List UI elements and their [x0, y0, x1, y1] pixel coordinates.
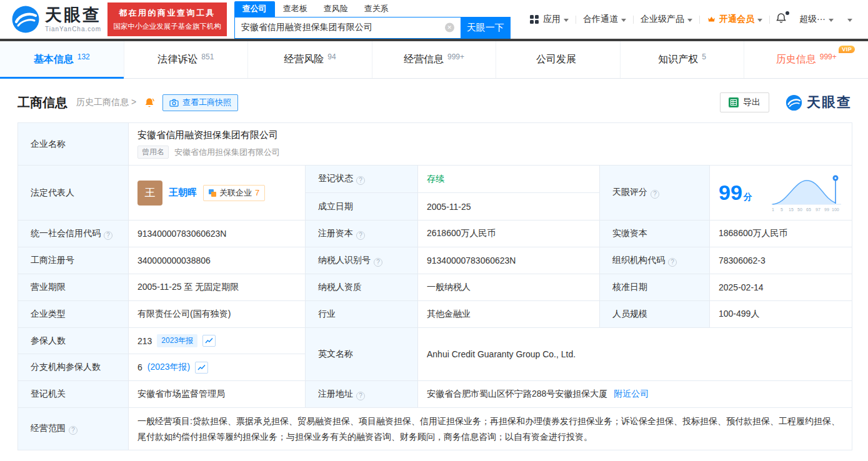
apps-icon [530, 15, 539, 24]
help-icon[interactable] [651, 190, 659, 199]
search-tab-boss[interactable]: 查老板 [275, 1, 316, 17]
promo-line-2: 国家中小企业发展子基金旗下机构 [113, 22, 221, 31]
export-button[interactable]: 导出 [720, 92, 769, 112]
establish-date-value: 2005-11-25 [418, 193, 600, 221]
brand-wave-icon [786, 94, 802, 111]
former-name-tag: 曾用名 [137, 146, 169, 159]
tab-company-development[interactable]: 公司发展 [496, 41, 621, 78]
company-name-cell: 安徽省信用融资担保集团有限公司 曾用名 安徽省信用担保集团有限公司 [129, 123, 852, 166]
help-icon[interactable] [104, 231, 112, 240]
tab-history-info[interactable]: 历史信息 999+ VIP [744, 41, 868, 78]
nav-collapse[interactable] [841, 17, 859, 22]
svg-text:50: 50 [797, 207, 802, 212]
field-label-staff-size: 人员规模 [600, 301, 710, 328]
tab-intellectual-property[interactable]: 知识产权 5 [621, 41, 745, 78]
clear-icon[interactable] [445, 23, 454, 32]
help-icon[interactable] [668, 258, 677, 267]
table-row: 经营范围 一般经营项目:贷款担保、票据承兑担保、贸易融资担保、项目融资担保、信用… [18, 408, 852, 450]
tab-count: 999+ [447, 52, 464, 61]
reg-status-label: 登记状态 [318, 173, 353, 183]
nav-item-vip[interactable]: 开通会员 [700, 14, 769, 25]
nav-super-label: 超级··· [799, 14, 826, 25]
related-companies-badge[interactable]: 关联企业 7 [203, 185, 265, 201]
table-row: 法定代表人 王 王朝晖 关联企业 7 登记状态 存续 天眼评分 99分 [18, 166, 852, 193]
nav-item-super-vip[interactable]: 超级··· [792, 14, 841, 25]
field-label-reg-capital: 注册资本 [306, 221, 418, 247]
svg-text:99: 99 [824, 207, 829, 212]
tab-operation-info[interactable]: 经营信息 999+ [372, 41, 497, 78]
business-info-toolbar: 工商信息 历史工商信息 > 查看工商快照 导出 天眼查 [0, 79, 868, 122]
reg-authority-value: 安徽省市场监督管理局 [129, 381, 306, 408]
reg-status-value: 存续 [427, 174, 444, 184]
field-label-branch-insured: 分支机构参保人数 [18, 354, 129, 381]
branch-insured-cell: 6 (2023年报) [129, 354, 306, 381]
trend-chart-icon[interactable] [202, 335, 216, 347]
top-nav: 应用 合作通道 企业级产品 开通会员 超级··· [523, 12, 868, 26]
help-icon[interactable] [374, 258, 382, 267]
nav-item-cooperation[interactable]: 合作通道 [576, 14, 633, 25]
nearby-companies-link[interactable]: 附近公司 [614, 389, 649, 399]
search-area: 查公司 查老板 查风险 查关系 天眼一下 [234, 1, 511, 39]
tab-legal-litigation[interactable]: 法律诉讼 851 [124, 41, 249, 78]
help-icon[interactable] [356, 231, 365, 240]
related-companies-count: 7 [255, 188, 259, 197]
legal-rep-avatar[interactable]: 王 [137, 181, 162, 206]
search-input-wrap [234, 17, 461, 39]
search-button[interactable]: 天眼一下 [461, 17, 511, 39]
nav-vip-label: 开通会员 [719, 14, 754, 25]
notifications-bell[interactable] [770, 12, 792, 26]
credit-code-label: 统一社会信用代码 [31, 228, 101, 238]
score-curve-chart[interactable]: 1 5 15 50 65 97 99 100 [769, 173, 843, 213]
field-label-business-term: 营业期限 [18, 274, 129, 301]
nav-item-enterprise[interactable]: 企业级产品 [634, 14, 699, 25]
help-icon[interactable] [69, 426, 77, 435]
company-search-input[interactable] [234, 17, 461, 39]
search-tab-risk[interactable]: 查风险 [316, 1, 356, 17]
history-business-info-link[interactable]: 历史工商信息 > [76, 97, 136, 108]
annual-report-badge[interactable]: 2023年报 [157, 334, 197, 347]
tyc-score-cell: 99分 1 5 15 50 65 97 [710, 166, 852, 221]
nav-cooperation-label: 合作通道 [583, 14, 618, 25]
tab-operation-risk[interactable]: 经营风险 94 [248, 41, 372, 78]
crown-icon [707, 15, 716, 24]
logo-text: 天眼查 TianYanCha.com [45, 6, 101, 32]
promo-line-1: 都在用的商业查询工具 [113, 7, 221, 19]
taxpayer-id-value: 91340000783060623N [418, 247, 600, 274]
search-tab-relation[interactable]: 查关系 [356, 1, 397, 17]
help-icon[interactable] [356, 176, 365, 185]
view-business-snapshot-button[interactable]: 查看工商快照 [162, 94, 238, 111]
field-label-reg-status: 登记状态 [306, 166, 418, 193]
search-tab-company[interactable]: 查公司 [234, 1, 275, 17]
tab-count: 132 [77, 52, 90, 61]
tianyancha-logo[interactable]: 天眼查 TianYanCha.com [11, 5, 101, 34]
reg-address-value: 安徽省合肥市蜀山区怀宁路288号安徽担保大厦 [427, 389, 607, 399]
table-row: 工商注册号 340000000038806 纳税人识别号 91340000783… [18, 247, 852, 274]
tab-count: 999+ [820, 52, 837, 61]
field-label-legal-rep: 法定代表人 [18, 166, 129, 221]
tab-basic-info[interactable]: 基本信息 132 [0, 41, 124, 78]
annual-report-link[interactable]: (2023年报) [147, 362, 190, 373]
monitor-bell-icon[interactable] [144, 97, 155, 109]
tab-label: 基本信息 [34, 53, 74, 66]
collapse-caret-icon [847, 19, 852, 22]
staff-size-value: 100-499人 [710, 301, 852, 328]
trend-chart-icon[interactable] [195, 362, 208, 374]
paid-capital-value: 1868600万人民币 [710, 221, 852, 247]
brand-title: 天眼查 [807, 93, 852, 112]
help-icon[interactable] [356, 392, 365, 400]
tab-count: 5 [702, 52, 706, 61]
caret-down-icon [829, 19, 834, 22]
field-label-taxpayer-quality: 纳税人资质 [306, 274, 418, 301]
reg-status-cell: 存续 [418, 166, 600, 193]
logo-title: 天眼查 [45, 6, 101, 24]
promo-banner: 都在用的商业查询工具 国家中小企业发展子基金旗下机构 [107, 2, 227, 36]
svg-text:100: 100 [832, 207, 839, 212]
industry-value: 其他金融业 [418, 301, 600, 328]
legal-rep-name-link[interactable]: 王朝晖 [169, 187, 197, 199]
branch-insured-value: 6 [137, 362, 142, 372]
field-label-english-name: 英文名称 [306, 328, 418, 381]
caret-down-icon [564, 19, 569, 22]
field-label-approval-date: 核准日期 [600, 274, 710, 301]
nav-item-apps[interactable]: 应用 [523, 14, 576, 25]
reg-number-value: 340000000038806 [129, 247, 306, 274]
